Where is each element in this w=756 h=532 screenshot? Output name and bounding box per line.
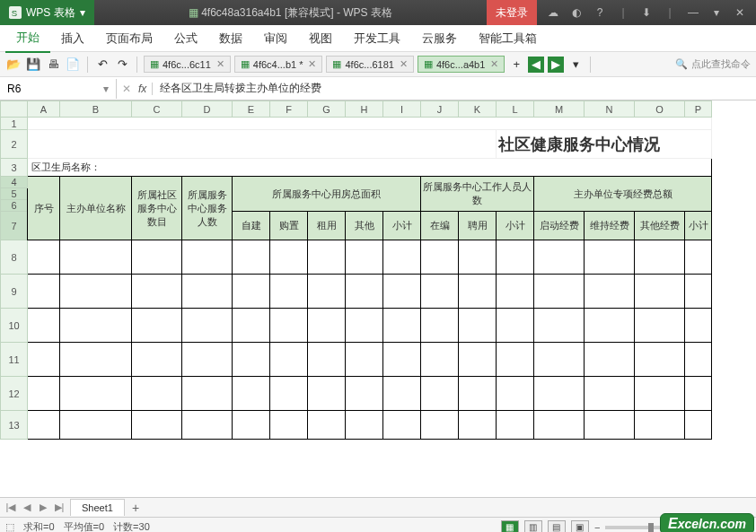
print-icon[interactable]: 🖶 bbox=[45, 57, 61, 73]
fx-icon[interactable]: fx bbox=[138, 83, 146, 95]
sub-zuyong[interactable]: 租用 bbox=[308, 212, 346, 240]
col-header[interactable]: M bbox=[534, 101, 585, 118]
sub-qitajf[interactable]: 其他经费 bbox=[635, 212, 685, 240]
row-header[interactable]: 11 bbox=[1, 343, 28, 377]
new-tab-icon[interactable]: + bbox=[508, 57, 524, 73]
zoom-out-icon[interactable]: − bbox=[594, 522, 600, 533]
col-header[interactable]: I bbox=[383, 101, 421, 118]
row-header[interactable]: 8 bbox=[1, 240, 28, 275]
view-full-icon[interactable]: ▣ bbox=[571, 520, 589, 533]
row-header[interactable]: 10 bbox=[1, 309, 28, 343]
row-header[interactable]: 3 bbox=[1, 159, 28, 177]
sheet-nav-next-icon[interactable]: ▶ bbox=[36, 501, 50, 513]
menu-formula[interactable]: 公式 bbox=[163, 25, 208, 52]
row-header[interactable]: 13 bbox=[1, 411, 28, 440]
sheet-tab[interactable]: Sheet1 bbox=[70, 499, 125, 516]
header-unit[interactable]: 主办单位名称 bbox=[60, 177, 132, 240]
save-icon[interactable]: 💾 bbox=[25, 57, 41, 73]
col-header[interactable]: J bbox=[421, 101, 459, 118]
redo-icon[interactable]: ↷ bbox=[114, 57, 130, 73]
tab-close-icon[interactable]: ✕ bbox=[306, 58, 318, 70]
cloud-icon[interactable]: ☁ bbox=[546, 6, 560, 19]
header-staff[interactable]: 所属服务中心工作人员人数 bbox=[421, 177, 534, 212]
tab-next-icon[interactable]: ▶ bbox=[548, 57, 564, 73]
menu-dev[interactable]: 开发工具 bbox=[343, 25, 411, 52]
tab-prev-icon[interactable]: ◀ bbox=[528, 57, 544, 73]
header-seq[interactable]: 序号 bbox=[28, 177, 60, 240]
select-all-corner[interactable] bbox=[1, 101, 28, 118]
col-header[interactable]: G bbox=[308, 101, 346, 118]
col-header[interactable]: L bbox=[497, 101, 534, 118]
cell-district-label[interactable]: 区卫生局名称： bbox=[28, 159, 712, 177]
login-status[interactable]: 未登录 bbox=[487, 0, 537, 25]
sub-xiaoji2[interactable]: 小计 bbox=[497, 212, 534, 240]
sub-zaibian[interactable]: 在编 bbox=[421, 212, 459, 240]
close-window-icon[interactable]: ✕ bbox=[733, 6, 747, 19]
col-header[interactable]: O bbox=[635, 101, 685, 118]
sheet-nav-first-icon[interactable]: |◀ bbox=[4, 501, 18, 513]
sub-pinyong[interactable]: 聘用 bbox=[459, 212, 497, 240]
col-header[interactable]: B bbox=[60, 101, 132, 118]
menu-cloud[interactable]: 云服务 bbox=[411, 25, 468, 52]
sheet-nav-prev-icon[interactable]: ◀ bbox=[20, 501, 34, 513]
header-persons[interactable]: 所属服务中心服务人数 bbox=[182, 177, 233, 240]
doc-tab-1[interactable]: ▦4f6c...6c11✕ bbox=[144, 56, 231, 73]
formula-input[interactable]: 经各区卫生局转拨主办单位的经费 bbox=[153, 77, 756, 100]
menu-insert[interactable]: 插入 bbox=[50, 25, 95, 52]
col-header[interactable]: E bbox=[233, 101, 270, 118]
col-header[interactable]: K bbox=[459, 101, 497, 118]
sub-qidong[interactable]: 启动经费 bbox=[534, 212, 585, 240]
view-break-icon[interactable]: ▤ bbox=[548, 520, 566, 533]
row-header[interactable]: 7 bbox=[1, 212, 28, 240]
tab-close-icon[interactable]: ✕ bbox=[398, 58, 409, 70]
open-icon[interactable]: 📂 bbox=[5, 57, 22, 73]
tab-close-icon[interactable]: ✕ bbox=[215, 58, 226, 70]
row-header[interactable]: 2 bbox=[1, 130, 28, 159]
undo-icon[interactable]: ↶ bbox=[94, 57, 110, 73]
tab-close-icon[interactable]: ✕ bbox=[488, 58, 500, 70]
col-header[interactable]: A bbox=[28, 101, 60, 118]
download-icon[interactable]: ⬇ bbox=[639, 6, 654, 19]
col-header[interactable]: N bbox=[585, 101, 635, 118]
sheet-nav-last-icon[interactable]: ▶| bbox=[52, 501, 66, 513]
header-area[interactable]: 所属服务中心用房总面积 bbox=[233, 177, 421, 212]
menu-start[interactable]: 开始 bbox=[5, 24, 50, 53]
sub-zijian[interactable]: 自建 bbox=[233, 212, 270, 240]
name-box[interactable]: ▾ bbox=[0, 79, 117, 99]
col-header[interactable]: F bbox=[270, 101, 308, 118]
doc-tab-2[interactable]: ▦4f6c4...b1 *✕ bbox=[234, 56, 323, 73]
minimize-icon[interactable]: — bbox=[686, 6, 700, 19]
skin-icon[interactable]: ◐ bbox=[569, 6, 584, 19]
row-header[interactable]: 9 bbox=[1, 275, 28, 309]
menu-layout[interactable]: 页面布局 bbox=[95, 25, 163, 52]
col-header[interactable]: D bbox=[182, 101, 233, 118]
menu-view[interactable]: 视图 bbox=[298, 25, 343, 52]
cell-reference-input[interactable] bbox=[7, 83, 88, 95]
add-sheet-icon[interactable]: + bbox=[125, 498, 146, 518]
doc-tab-3[interactable]: ▦4f6c...6181✕ bbox=[326, 56, 413, 73]
doc-tab-4[interactable]: ▦4f6c...a4b1✕ bbox=[418, 56, 505, 73]
namebox-dropdown-icon[interactable]: ▾ bbox=[103, 83, 109, 95]
view-page-icon[interactable]: ▥ bbox=[524, 520, 542, 533]
app-logo[interactable]: S WPS 表格 ▾ bbox=[0, 0, 94, 25]
command-search[interactable]: 🔍 点此查找命令 bbox=[675, 57, 751, 71]
row-header[interactable]: 4 bbox=[1, 177, 28, 188]
menu-review[interactable]: 审阅 bbox=[253, 25, 298, 52]
sub-weichi[interactable]: 维持经费 bbox=[585, 212, 635, 240]
help-icon[interactable]: ? bbox=[593, 6, 607, 19]
menu-data[interactable]: 数据 bbox=[208, 25, 253, 52]
header-fund[interactable]: 主办单位专项经费总额 bbox=[534, 177, 712, 212]
view-normal-icon[interactable]: ▦ bbox=[501, 520, 519, 533]
preview-icon[interactable]: 📄 bbox=[65, 57, 81, 73]
row-header[interactable]: 1 bbox=[1, 118, 28, 130]
formula-cancel-icon[interactable]: ✕ bbox=[122, 83, 131, 95]
sub-xiaoji[interactable]: 小计 bbox=[383, 212, 421, 240]
sub-xiaoji3[interactable]: 小计 bbox=[685, 212, 712, 240]
row-header[interactable]: 12 bbox=[1, 377, 28, 411]
spreadsheet-grid[interactable]: A B C D E F G H I J K L M N O P 1 2社区健康服… bbox=[0, 100, 756, 497]
row-header[interactable]: 6 bbox=[1, 200, 28, 212]
header-centers[interactable]: 所属社区服务中心数目 bbox=[132, 177, 182, 240]
sub-gouzhi[interactable]: 购置 bbox=[270, 212, 308, 240]
menu-smart[interactable]: 智能工具箱 bbox=[468, 25, 548, 52]
row-header[interactable]: 5 bbox=[1, 188, 28, 200]
